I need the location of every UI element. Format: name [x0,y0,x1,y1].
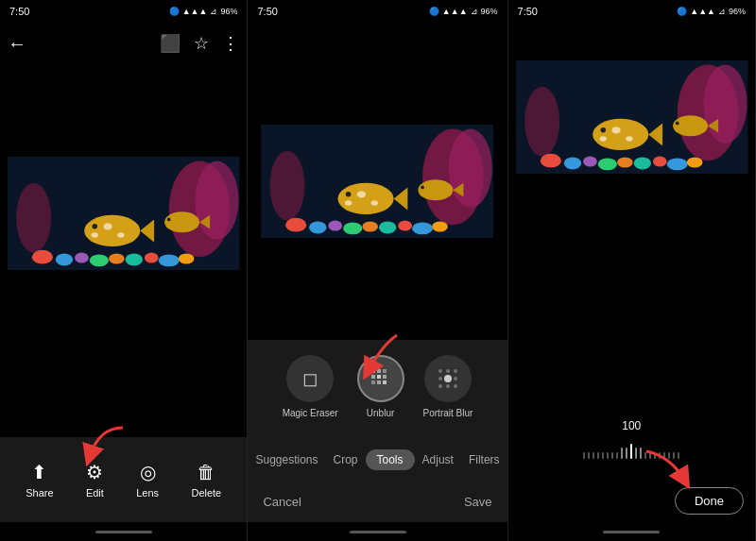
edit-label: Edit [86,487,104,499]
svg-point-40 [371,200,378,206]
svg-point-13 [84,214,140,245]
svg-point-8 [109,253,125,263]
status-icons-3: 🔵 ▲▲▲ ⊿ 96% [677,7,746,16]
svg-point-29 [329,221,343,231]
tab-suggestions[interactable]: Suggestions [248,453,325,466]
svg-point-41 [345,200,352,206]
slider-track[interactable] [524,438,740,461]
svg-point-55 [438,369,442,373]
status-time-3: 7:50 [518,6,538,17]
svg-point-30 [344,222,363,234]
status-time-1: 7:50 [9,6,29,17]
portrait-blur-item[interactable]: Portrait Blur [423,355,473,418]
svg-point-75 [666,158,687,170]
svg-point-66 [703,65,747,144]
cast-icon[interactable]: ⬛ [160,33,180,54]
delete-icon: 🗑 [197,462,215,483]
svg-point-81 [626,136,632,142]
slider-tick [611,452,613,459]
svg-point-27 [286,218,307,232]
svg-point-4 [32,249,53,263]
tab-crop[interactable]: Crop [326,453,366,466]
slider-tick [630,444,632,459]
svg-point-69 [563,157,580,169]
svg-point-5 [56,253,73,265]
tab-filters[interactable]: Filters [461,453,507,466]
image-area-3 [508,23,755,211]
svg-point-82 [599,136,606,142]
edit-tabs: Suggestions Crop Tools Adjust Filters [248,439,507,481]
slider-tick [593,452,594,459]
home-indicator-2 [248,522,507,541]
svg-point-73 [633,157,650,169]
slider-tick [597,452,599,459]
tab-adjust[interactable]: Adjust [415,453,461,466]
more-icon[interactable]: ⋮ [222,33,239,54]
home-indicator-3 [508,522,755,541]
slider-tick [602,452,604,459]
svg-point-12 [179,253,195,263]
svg-point-2 [195,161,238,239]
done-btn-container: Done [508,480,755,522]
battery-icon-3: 96% [729,7,746,16]
svg-point-32 [379,221,396,233]
status-bar-2: 7:50 🔵 ▲▲▲ ⊿ 96% [248,0,507,23]
star-icon[interactable]: ☆ [194,33,209,54]
svg-point-34 [412,222,433,234]
panel-3: 7:50 🔵 ▲▲▲ ⊿ 96% [508,0,756,541]
magic-eraser-circle[interactable]: ◻ [286,355,334,402]
save-button[interactable]: Save [464,495,492,509]
slider-tick [583,452,585,459]
svg-point-6 [75,252,89,262]
tools-popup: ◻ Magic Eraser [248,340,507,439]
share-button[interactable]: ⬆ Share [26,461,53,499]
spacer-3 [508,211,755,400]
tab-tools[interactable]: Tools [366,449,415,470]
lens-label: Lens [136,487,159,499]
home-bar-2 [350,531,406,533]
magic-eraser-label: Magic Eraser [283,408,338,418]
signal-icon-2: ▲▲▲ [442,7,468,16]
svg-point-11 [159,254,180,266]
slider-tick [621,448,623,459]
fish-tank-image-1 [0,157,247,270]
battery-icon-2: 96% [481,7,498,16]
svg-point-76 [686,157,702,167]
svg-point-85 [675,122,679,126]
svg-point-83 [673,115,708,136]
fish-tank-image-2 [248,125,507,238]
svg-point-38 [346,192,352,197]
delete-button[interactable]: 🗑 Delete [191,462,221,499]
back-icon[interactable]: ← [8,33,26,55]
image-area-2 [248,23,507,340]
slider-tick [588,452,590,459]
share-icon: ⬆ [31,461,47,483]
panel-1: 7:50 🔵 ▲▲▲ ⊿ 96% ← ⬛ ☆ ⋮ [0,0,248,541]
svg-point-44 [421,186,425,190]
red-arrow-1 [80,423,132,470]
bluetooth-icon-3: 🔵 [677,7,687,16]
home-bar-1 [95,531,152,533]
svg-point-77 [593,119,648,150]
svg-point-16 [103,223,112,229]
lens-button[interactable]: ◎ Lens [136,461,159,499]
home-bar-3 [603,531,660,533]
magic-eraser-item[interactable]: ◻ Magic Eraser [283,355,338,418]
slider-tick [607,452,609,459]
toolbar-1: ⬆ Share ⚙ Edit ◎ Lens 🗑 Delete [0,437,247,522]
svg-point-72 [617,157,633,167]
bluetooth-icon: 🔵 [169,7,180,16]
svg-point-21 [167,217,171,221]
svg-point-15 [92,224,97,229]
svg-point-54 [444,375,452,382]
portrait-blur-circle[interactable] [424,355,472,402]
svg-point-71 [597,158,616,170]
cancel-button[interactable]: Cancel [263,495,301,509]
svg-point-10 [145,252,159,262]
slider-ticks [524,440,740,459]
svg-point-42 [419,179,454,200]
svg-point-58 [438,377,442,380]
svg-point-25 [449,129,492,208]
svg-point-80 [611,127,620,133]
svg-point-35 [433,221,449,231]
